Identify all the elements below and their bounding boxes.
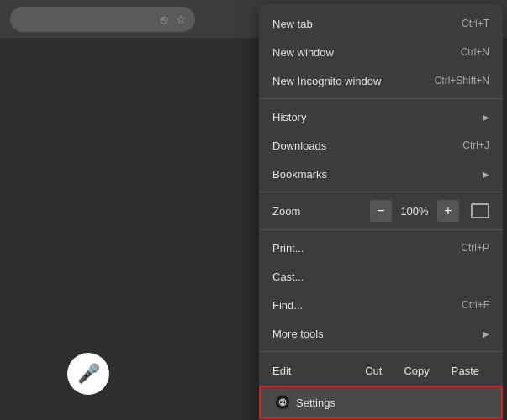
menu-item-incognito[interactable]: New Incognito window Ctrl+Shift+N (259, 66, 503, 95)
zoom-value: 100% (399, 205, 430, 218)
menu-item-cast[interactable]: Cast... (259, 262, 503, 291)
menu-item-bookmarks[interactable]: Bookmarks ▶ (259, 160, 503, 188)
menu-item-new-window[interactable]: New window Ctrl+N (259, 38, 503, 66)
mic-icon: 🎤 (77, 363, 100, 385)
cut-button[interactable]: Cut (355, 361, 392, 381)
menu-item-downloads[interactable]: Downloads Ctrl+J (259, 131, 503, 160)
menu-item-new-tab[interactable]: New tab Ctrl+T (259, 9, 503, 38)
menu-item-print[interactable]: Print... Ctrl+P (259, 234, 503, 262)
menu-item-find[interactable]: Find... Ctrl+F (259, 291, 503, 319)
divider-2 (259, 192, 503, 192)
share-icon[interactable]: ⎋ (161, 13, 167, 26)
divider-3 (259, 229, 503, 230)
zoom-label: Zoom (272, 205, 370, 218)
mic-button[interactable]: 🎤 (67, 353, 109, 395)
paste-button[interactable]: Paste (441, 361, 489, 381)
dropdown-menu: New tab Ctrl+T New window Ctrl+N New Inc… (259, 4, 503, 420)
menu-item-history[interactable]: History ▶ (259, 102, 503, 131)
divider-4 (259, 351, 503, 352)
edit-row: Edit Cut Copy Paste (259, 355, 503, 386)
zoom-plus-button[interactable]: + (437, 200, 459, 222)
zoom-row: Zoom − 100% + (259, 196, 503, 226)
copy-button[interactable]: Copy (393, 361, 439, 381)
zoom-controls: − 100% + (370, 200, 489, 222)
annotation-badge-2: ② (274, 394, 291, 411)
menu-item-more-tools[interactable]: More tools ▶ (259, 319, 503, 348)
bookmark-icon[interactable]: ☆ (176, 13, 187, 26)
edit-actions: Cut Copy Paste (355, 361, 489, 381)
address-bar[interactable]: ⎋ ☆ (10, 7, 195, 32)
menu-item-settings[interactable]: ② Settings (259, 386, 503, 419)
divider-1 (259, 98, 503, 99)
zoom-minus-button[interactable]: − (370, 200, 392, 222)
zoom-fullscreen-button[interactable] (471, 203, 489, 218)
edit-label: Edit (272, 365, 355, 377)
